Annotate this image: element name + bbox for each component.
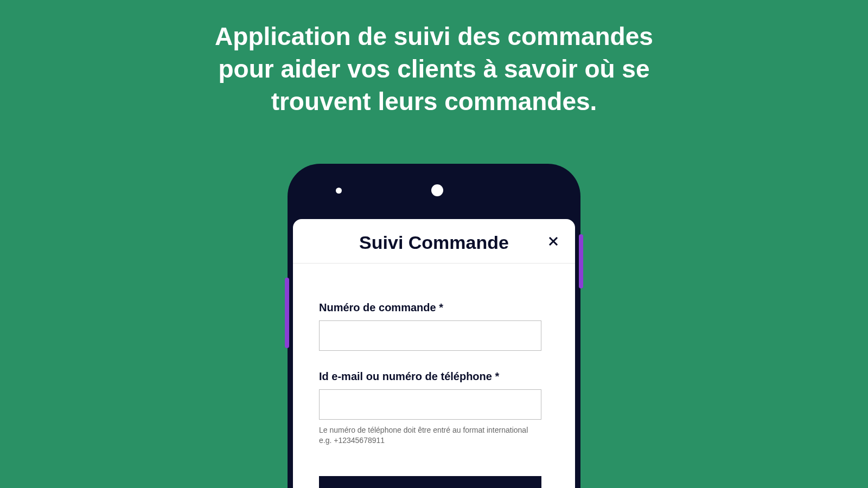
phone-side-button-left: [285, 278, 289, 348]
phone-format-hint: Le numéro de téléphone doit être entré a…: [319, 425, 541, 446]
phone-sensors: [336, 184, 443, 196]
order-number-group: Numéro de commande *: [319, 301, 549, 351]
phone-side-button-right: [579, 234, 583, 288]
screen-header: Suivi Commande: [293, 219, 575, 264]
email-phone-label: Id e-mail ou numéro de téléphone *: [319, 370, 549, 383]
close-icon[interactable]: [547, 235, 560, 248]
submit-button[interactable]: [319, 476, 541, 488]
email-phone-group: Id e-mail ou numéro de téléphone * Le nu…: [319, 370, 549, 446]
order-number-label: Numéro de commande *: [319, 301, 549, 314]
order-number-input[interactable]: [319, 320, 541, 351]
phone-screen: Suivi Commande Numéro de commande * Id e…: [293, 219, 575, 488]
camera-icon: [431, 184, 443, 196]
email-phone-input[interactable]: [319, 389, 541, 420]
order-tracking-form: Numéro de commande * Id e-mail ou numéro…: [293, 264, 575, 488]
phone-frame: Suivi Commande Numéro de commande * Id e…: [288, 164, 580, 488]
hero-title: Application de suivi des commandes pour …: [195, 21, 673, 118]
page-title: Suivi Commande: [359, 232, 509, 253]
sensor-small-icon: [336, 188, 342, 194]
